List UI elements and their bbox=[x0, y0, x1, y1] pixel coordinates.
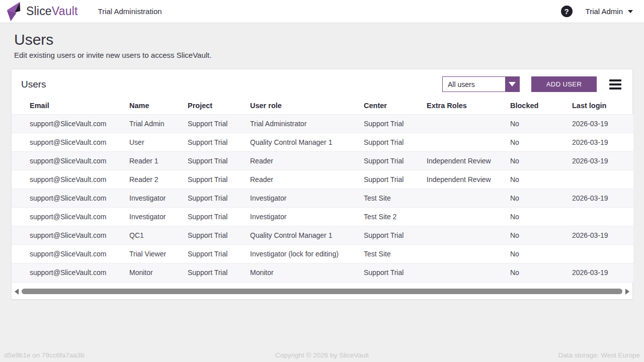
column-header-email: Email bbox=[12, 98, 129, 115]
chevron-down-icon bbox=[628, 10, 633, 13]
column-header-name: Name bbox=[129, 98, 188, 115]
slicevault-logo-icon bbox=[4, 1, 23, 22]
table-row[interactable]: support@SliceVault.comInvestigatorSuppor… bbox=[12, 208, 633, 226]
column-header-project: Project bbox=[188, 98, 250, 115]
table-row[interactable]: support@SliceVault.comTrial AdminSupport… bbox=[12, 115, 633, 133]
user-menu-label: Trial Admin bbox=[586, 7, 623, 16]
column-header-last-login: Last login bbox=[572, 98, 633, 115]
cell-extra-roles bbox=[427, 115, 510, 133]
cell-user-role: Investigator (lock for editing) bbox=[250, 245, 364, 263]
cell-user-role: Investigator bbox=[250, 208, 364, 226]
topbar-right: ? Trial Admin bbox=[561, 6, 633, 17]
users-card-header: Users All users ADD USER bbox=[12, 69, 632, 98]
table-row[interactable]: support@SliceVault.comQC1Support TrialQu… bbox=[12, 226, 633, 245]
cell-blocked: No bbox=[510, 115, 572, 133]
cell-blocked: No bbox=[510, 263, 572, 282]
scrollbar-thumb[interactable] bbox=[22, 289, 622, 294]
help-icon[interactable]: ? bbox=[561, 6, 573, 17]
cell-email: support@SliceVault.com bbox=[12, 208, 129, 226]
cell-name: QC1 bbox=[129, 226, 188, 245]
cell-name: Trial Viewer bbox=[129, 245, 188, 263]
scroll-right-icon[interactable] bbox=[625, 289, 629, 295]
cell-project: Support Trial bbox=[188, 133, 250, 152]
cell-extra-roles: Independent Review bbox=[427, 170, 510, 189]
cell-last-login bbox=[572, 208, 633, 226]
users-card-controls: All users ADD USER bbox=[442, 76, 625, 92]
brand-logo[interactable]: SliceVault bbox=[4, 1, 78, 22]
cell-blocked: No bbox=[510, 189, 572, 208]
page-head: Users Edit existing users or invite new … bbox=[0, 23, 644, 59]
column-header-user-role: User role bbox=[250, 98, 364, 115]
cell-center: Support Trial bbox=[364, 170, 427, 189]
cell-center: Test Site bbox=[364, 245, 427, 263]
cell-extra-roles bbox=[427, 245, 510, 263]
table-row[interactable]: support@SliceVault.comTrial ViewerSuppor… bbox=[12, 245, 633, 263]
table-row[interactable]: support@SliceVault.comMonitorSupport Tri… bbox=[12, 263, 633, 282]
cell-user-role: Quality Control Manager 1 bbox=[250, 226, 364, 245]
user-menu-dropdown[interactable]: Trial Admin bbox=[586, 7, 633, 16]
cell-extra-roles bbox=[427, 133, 510, 152]
cell-center: Support Trial bbox=[364, 133, 427, 152]
cell-blocked: No bbox=[510, 208, 572, 226]
cell-project: Support Trial bbox=[188, 170, 250, 189]
cell-email: support@SliceVault.com bbox=[12, 226, 129, 245]
cell-name: Investigator bbox=[129, 189, 188, 208]
footer-data-storage: Data storage: West Europe bbox=[429, 351, 640, 359]
column-header-blocked: Blocked bbox=[510, 98, 572, 115]
cell-project: Support Trial bbox=[188, 189, 250, 208]
table-row[interactable]: support@SliceVault.comUserSupport TrialQ… bbox=[12, 133, 633, 152]
cell-email: support@SliceVault.com bbox=[12, 263, 129, 282]
cell-email: support@SliceVault.com bbox=[12, 245, 129, 263]
cell-last-login: 2026-03-19 bbox=[572, 115, 633, 133]
users-table: EmailNameProjectUser roleCenterExtra Rol… bbox=[12, 98, 633, 282]
cell-email: support@SliceVault.com bbox=[12, 152, 129, 170]
cell-blocked: No bbox=[510, 133, 572, 152]
section-title: Trial Administration bbox=[98, 7, 162, 16]
dropdown-arrow-icon bbox=[509, 82, 516, 86]
cell-blocked: No bbox=[510, 226, 572, 245]
cell-center: Support Trial bbox=[364, 263, 427, 282]
cell-project: Support Trial bbox=[188, 152, 250, 170]
cell-center: Support Trial bbox=[364, 115, 427, 133]
user-filter-select[interactable]: All users bbox=[442, 76, 520, 92]
cell-center: Test Site bbox=[364, 189, 427, 208]
cell-name: Monitor bbox=[129, 263, 188, 282]
cell-last-login: 2026-03-19 bbox=[572, 152, 633, 170]
brand-name-slice: Slice bbox=[26, 5, 52, 18]
brand-name-vault: Vault bbox=[52, 5, 78, 18]
footer-copyright: Copyright © 2026 by SliceVault bbox=[215, 351, 429, 359]
cell-blocked: No bbox=[510, 152, 572, 170]
cell-extra-roles bbox=[427, 226, 510, 245]
cell-name: Trial Admin bbox=[129, 115, 188, 133]
cell-user-role: Quality Control Manager 1 bbox=[250, 133, 364, 152]
scroll-left-icon[interactable] bbox=[15, 289, 19, 295]
cell-center: Support Trial bbox=[364, 152, 427, 170]
cell-extra-roles: Independent Review bbox=[427, 152, 510, 170]
column-header-center: Center bbox=[364, 98, 427, 115]
add-user-button[interactable]: ADD USER bbox=[531, 76, 597, 92]
horizontal-scrollbar bbox=[12, 282, 632, 299]
cell-project: Support Trial bbox=[188, 263, 250, 282]
cell-user-role: Investigator bbox=[250, 189, 364, 208]
table-row[interactable]: support@SliceVault.comInvestigatorSuppor… bbox=[12, 189, 633, 208]
page-footer: d5e9b1e on 79cc6fa7aa3b Copyright © 2026… bbox=[0, 350, 644, 362]
cell-extra-roles bbox=[427, 263, 510, 282]
page-title: Users bbox=[14, 31, 630, 48]
top-bar: SliceVault Trial Administration ? Trial … bbox=[0, 0, 644, 23]
cell-last-login: 2026-03-19 bbox=[572, 133, 633, 152]
users-table-head-row: EmailNameProjectUser roleCenterExtra Rol… bbox=[12, 98, 633, 115]
cell-name: Reader 1 bbox=[129, 152, 188, 170]
table-row[interactable]: support@SliceVault.comReader 2Support Tr… bbox=[12, 170, 633, 189]
cell-email: support@SliceVault.com bbox=[12, 115, 129, 133]
cell-blocked: No bbox=[510, 170, 572, 189]
page-subtitle: Edit existing users or invite new users … bbox=[14, 51, 630, 59]
cell-last-login: 2026-03-19 bbox=[572, 263, 633, 282]
table-menu-icon[interactable] bbox=[608, 78, 622, 90]
users-card: Users All users ADD USER EmailNameProjec… bbox=[11, 69, 633, 300]
users-table-body: support@SliceVault.comTrial AdminSupport… bbox=[12, 115, 633, 282]
cell-name: User bbox=[129, 133, 188, 152]
cell-email: support@SliceVault.com bbox=[12, 189, 129, 208]
table-row[interactable]: support@SliceVault.comReader 1Support Tr… bbox=[12, 152, 633, 170]
user-filter-dropdown-button[interactable] bbox=[505, 77, 519, 92]
users-card-title: Users bbox=[21, 79, 46, 90]
